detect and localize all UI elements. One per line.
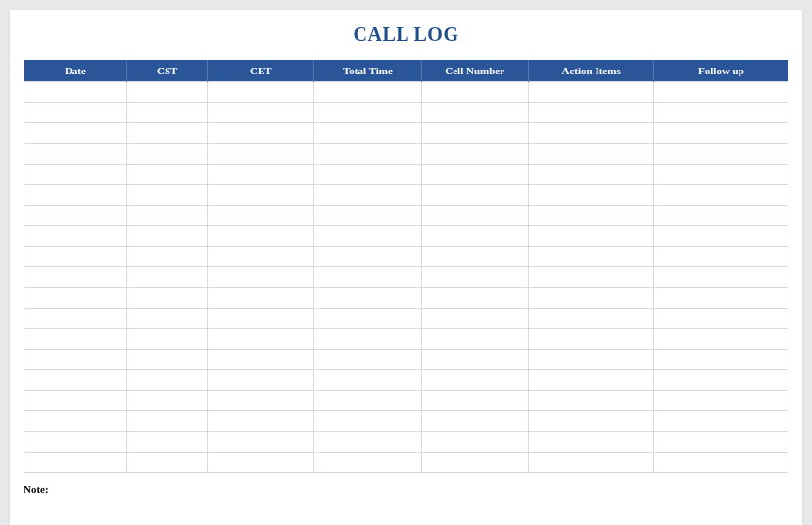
table-cell [528, 309, 654, 329]
table-cell [127, 350, 208, 370]
table-cell [314, 309, 421, 329]
table-cell [127, 226, 208, 247]
table-row [24, 288, 788, 309]
table-cell [654, 391, 788, 411]
col-header-cet: CET [208, 60, 314, 82]
table-cell [654, 288, 788, 309]
table-cell [127, 329, 208, 350]
table-cell [208, 226, 314, 247]
table-row [24, 329, 788, 350]
table-cell [421, 185, 528, 206]
table-cell [528, 370, 654, 391]
table-row [24, 370, 788, 391]
table-cell [24, 123, 127, 144]
table-cell [421, 453, 528, 473]
table-row [24, 267, 788, 288]
table-row [24, 453, 788, 473]
table-cell [127, 82, 208, 103]
table-cell [24, 267, 127, 288]
table-cell [528, 123, 654, 144]
document-page: CALL LOG Date CST CET Total Time Cell Nu… [10, 10, 802, 525]
table-cell [528, 453, 654, 473]
table-cell [314, 144, 421, 165]
table-cell [528, 144, 654, 165]
table-row [24, 411, 788, 432]
table-cell [208, 411, 314, 432]
table-cell [421, 288, 528, 309]
table-cell [528, 206, 654, 226]
table-cell [208, 391, 314, 411]
table-row [24, 432, 788, 453]
table-cell [208, 267, 314, 288]
table-cell [421, 103, 528, 123]
table-cell [528, 103, 654, 123]
table-cell [314, 453, 421, 473]
table-cell [208, 103, 314, 123]
table-cell [127, 206, 208, 226]
table-row [24, 391, 788, 411]
table-cell [421, 247, 528, 267]
table-cell [24, 329, 127, 350]
table-cell [654, 226, 788, 247]
table-cell [528, 165, 654, 185]
table-cell [208, 329, 314, 350]
table-cell [208, 350, 314, 370]
table-cell [127, 165, 208, 185]
table-cell [421, 123, 528, 144]
table-cell [314, 247, 421, 267]
table-cell [654, 165, 788, 185]
table-cell [528, 226, 654, 247]
table-cell [208, 123, 314, 144]
table-cell [24, 391, 127, 411]
table-cell [208, 370, 314, 391]
table-cell [528, 185, 654, 206]
table-cell [654, 247, 788, 267]
table-cell [127, 453, 208, 473]
table-row [24, 350, 788, 370]
table-cell [654, 411, 788, 432]
col-header-action-items: Action Items [528, 60, 654, 82]
table-cell [421, 411, 528, 432]
table-cell [24, 432, 127, 453]
table-cell [24, 309, 127, 329]
table-cell [421, 309, 528, 329]
table-cell [528, 411, 654, 432]
table-cell [208, 432, 314, 453]
table-header-row: Date CST CET Total Time Cell Number Acti… [24, 60, 788, 82]
table-cell [24, 247, 127, 267]
table-cell [654, 185, 788, 206]
table-cell [421, 267, 528, 288]
table-cell [24, 411, 127, 432]
table-cell [314, 432, 421, 453]
table-cell [24, 82, 127, 103]
table-cell [314, 206, 421, 226]
table-cell [528, 329, 654, 350]
table-cell [421, 370, 528, 391]
table-cell [654, 329, 788, 350]
table-cell [24, 350, 127, 370]
table-cell [24, 206, 127, 226]
table-cell [314, 82, 421, 103]
table-cell [127, 267, 208, 288]
page-title: CALL LOG [24, 24, 788, 46]
table-cell [654, 144, 788, 165]
table-cell [208, 309, 314, 329]
table-cell [654, 370, 788, 391]
table-cell [24, 453, 127, 473]
table-cell [208, 165, 314, 185]
table-cell [127, 411, 208, 432]
table-cell [314, 329, 421, 350]
table-cell [314, 288, 421, 309]
table-cell [24, 103, 127, 123]
table-cell [208, 144, 314, 165]
table-cell [208, 185, 314, 206]
col-header-total-time: Total Time [314, 60, 421, 82]
table-cell [208, 288, 314, 309]
table-row [24, 103, 788, 123]
table-cell [528, 288, 654, 309]
table-cell [24, 288, 127, 309]
table-cell [314, 103, 421, 123]
table-cell [314, 267, 421, 288]
table-cell [24, 370, 127, 391]
table-cell [654, 309, 788, 329]
